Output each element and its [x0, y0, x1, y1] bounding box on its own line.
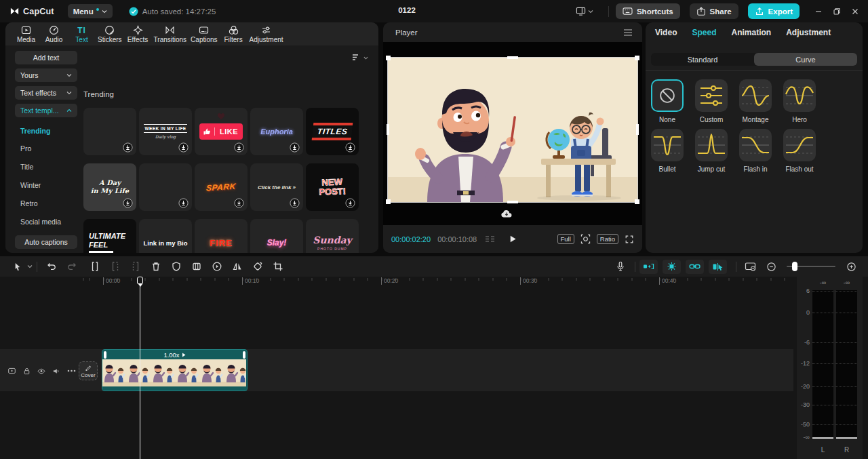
- ratio-button[interactable]: Ratio: [597, 234, 618, 244]
- split-icon[interactable]: [85, 258, 105, 275]
- video-preview[interactable]: [388, 58, 637, 202]
- template-tile-a-day-in-my-life[interactable]: A Dayin My Life: [83, 163, 136, 211]
- full-button[interactable]: Full: [557, 234, 574, 244]
- freeze-frame-icon[interactable]: [186, 258, 207, 275]
- lock-icon[interactable]: [22, 366, 31, 376]
- shortcuts-button[interactable]: Shortcuts: [616, 3, 680, 19]
- selection-handle[interactable]: [386, 199, 391, 204]
- frame-view-icon[interactable]: [485, 235, 496, 243]
- render-preview-icon[interactable]: [741, 258, 761, 275]
- template-tile-blank[interactable]: [139, 163, 192, 211]
- selection-handle[interactable]: [507, 201, 518, 203]
- template-tile-fire[interactable]: FIRE: [195, 219, 248, 253]
- sidebar-item-pro[interactable]: Pro: [20, 144, 31, 154]
- select-tool-button[interactable]: [7, 258, 33, 275]
- download-icon[interactable]: [234, 198, 244, 208]
- rotate-icon[interactable]: [248, 258, 268, 275]
- mirror-icon[interactable]: [227, 258, 248, 275]
- display-mode-button[interactable]: [576, 6, 593, 16]
- template-tile-like[interactable]: LIKE: [195, 108, 248, 155]
- auto-snapping-toggle[interactable]: [663, 260, 681, 274]
- export-button[interactable]: Export: [748, 3, 800, 19]
- curve-option-none[interactable]: [651, 79, 684, 112]
- tab-speed[interactable]: Speed: [692, 28, 716, 37]
- close-button[interactable]: [846, 2, 864, 20]
- tab-filters[interactable]: Filters: [220, 25, 248, 43]
- download-icon[interactable]: [234, 142, 244, 153]
- sidebar-item-winter[interactable]: Winter: [20, 181, 41, 191]
- player-menu-icon[interactable]: [623, 28, 633, 37]
- selection-handle[interactable]: [387, 124, 389, 135]
- linking-toggle[interactable]: [686, 260, 704, 274]
- tab-video[interactable]: Video: [655, 28, 677, 37]
- tab-transitions[interactable]: Transitions: [152, 25, 189, 43]
- selection-handle[interactable]: [635, 199, 639, 204]
- download-icon[interactable]: [178, 142, 189, 153]
- clip-trim-handle-right[interactable]: [243, 351, 245, 359]
- auto-captions-button[interactable]: Auto captions: [15, 235, 77, 249]
- trim-right-icon[interactable]: [125, 258, 146, 275]
- curve-option-flash-in[interactable]: [739, 129, 772, 161]
- zoom-out-icon[interactable]: [761, 258, 781, 275]
- curve-option-bullet[interactable]: [651, 129, 684, 161]
- template-tile-new-post[interactable]: NEWPOST!: [306, 163, 359, 211]
- cover-button[interactable]: Cover: [79, 361, 98, 380]
- speed-icon[interactable]: [207, 258, 227, 275]
- tab-captions[interactable]: Captions: [189, 25, 219, 43]
- template-tile-click-the-link[interactable]: Click the link »: [250, 163, 303, 211]
- template-tile-blank[interactable]: [83, 108, 136, 155]
- download-icon[interactable]: [178, 198, 189, 208]
- sidebar-item-text-templates[interactable]: Text templ...: [15, 104, 77, 117]
- eye-icon[interactable]: [37, 366, 46, 376]
- clip-trim-handle-left[interactable]: [104, 351, 106, 359]
- timeline-zoom-slider[interactable]: [787, 266, 835, 267]
- tab-effects[interactable]: Effects: [124, 25, 152, 43]
- microphone-icon[interactable]: [610, 258, 631, 275]
- tab-audio[interactable]: Audio: [40, 25, 68, 43]
- template-tile-week-in-my-life[interactable]: WEEK IN MY LIFEDaily vlog: [139, 108, 192, 155]
- template-tile-titles[interactable]: TITLES: [306, 108, 359, 155]
- template-tile-spark[interactable]: SPARK: [195, 163, 248, 211]
- playhead-head[interactable]: [137, 277, 143, 284]
- download-icon[interactable]: [123, 142, 133, 153]
- selection-handle[interactable]: [386, 56, 391, 60]
- trim-left-icon[interactable]: [105, 258, 125, 275]
- cloud-sync-icon[interactable]: [500, 209, 513, 218]
- mask-icon[interactable]: [166, 258, 186, 275]
- menu-button[interactable]: Menu: [68, 4, 113, 18]
- curve-option-hero[interactable]: [783, 79, 816, 112]
- template-tile-link-in-my-bio[interactable]: Link in my Bio: [139, 219, 192, 253]
- sidebar-item-retro[interactable]: Retro: [20, 199, 38, 209]
- template-filter-button[interactable]: [352, 54, 368, 62]
- preview-axis-toggle[interactable]: [709, 260, 727, 274]
- curve-option-montage[interactable]: [739, 79, 772, 112]
- sidebar-item-title[interactable]: Title: [20, 163, 33, 172]
- curve-option-flash-out[interactable]: [783, 129, 816, 161]
- share-button[interactable]: Share: [690, 3, 738, 19]
- zoom-slider-handle[interactable]: [792, 262, 797, 271]
- sidebar-item-social-media[interactable]: Social media: [20, 218, 61, 227]
- curve-option-custom[interactable]: [695, 79, 728, 112]
- mute-icon[interactable]: [52, 366, 61, 376]
- sidebar-item-yours[interactable]: Yours: [15, 68, 77, 82]
- playhead[interactable]: [137, 277, 143, 459]
- crop-icon[interactable]: [268, 258, 288, 275]
- undo-icon[interactable]: [41, 258, 62, 275]
- play-button[interactable]: [509, 235, 517, 243]
- selection-handle[interactable]: [636, 124, 639, 135]
- sidebar-item-text-effects[interactable]: Text effects: [15, 86, 77, 100]
- focus-icon[interactable]: [580, 234, 591, 244]
- download-icon[interactable]: [290, 198, 300, 208]
- tab-stickers[interactable]: Stickers: [96, 25, 124, 43]
- download-icon[interactable]: [290, 142, 300, 153]
- tab-adjustment[interactable]: Adjustment: [786, 28, 831, 37]
- template-tile-euphoria[interactable]: Euphoria: [250, 108, 303, 155]
- template-tile-ultimate-feel[interactable]: ULTIMATEFEEL: [83, 219, 136, 253]
- restore-button[interactable]: [827, 2, 846, 20]
- zoom-in-icon[interactable]: [841, 258, 861, 275]
- sidebar-item-trending[interactable]: Trending: [20, 127, 50, 136]
- mode-standard[interactable]: Standard: [651, 53, 754, 66]
- more-options-icon[interactable]: [66, 366, 76, 376]
- magnetic-snap-toggle[interactable]: [639, 260, 658, 274]
- selection-handle[interactable]: [507, 56, 518, 59]
